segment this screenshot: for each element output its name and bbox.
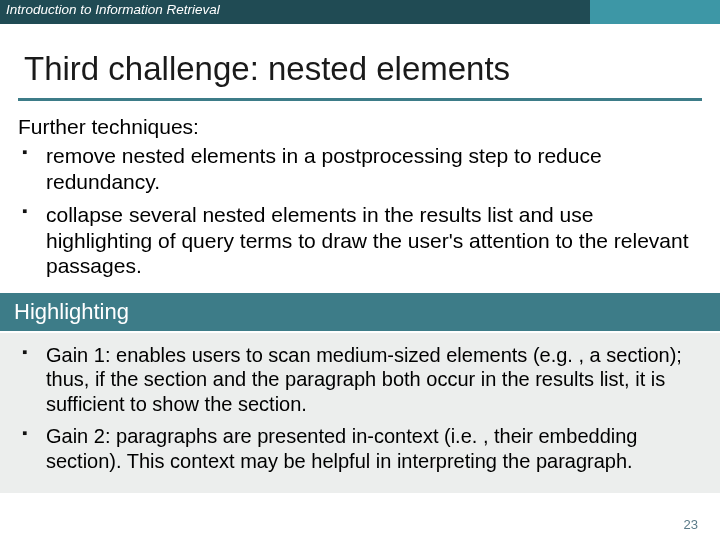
page-number: 23 bbox=[684, 517, 698, 532]
bullet-list: remove nested elements in a postprocessi… bbox=[18, 143, 702, 279]
slide-title: Third challenge: nested elements bbox=[24, 50, 696, 88]
section-bar-highlighting: Highlighting bbox=[0, 293, 720, 331]
top-bar: Introduction to Information Retrieval bbox=[0, 0, 720, 24]
course-label: Introduction to Information Retrieval bbox=[6, 2, 220, 17]
highlight-box: Gain 1: enables users to scan medium-siz… bbox=[0, 333, 720, 493]
title-area: Third challenge: nested elements bbox=[0, 24, 720, 94]
list-item: remove nested elements in a postprocessi… bbox=[40, 143, 702, 194]
list-item: Gain 1: enables users to scan medium-siz… bbox=[40, 343, 702, 416]
lead-text: Further techniques: bbox=[18, 115, 702, 139]
list-item: Gain 2: paragraphs are presented in-cont… bbox=[40, 424, 702, 473]
body-area: Further techniques: remove nested elemen… bbox=[0, 101, 720, 279]
box-bullet-list: Gain 1: enables users to scan medium-siz… bbox=[18, 343, 702, 473]
top-bar-accent bbox=[590, 0, 720, 24]
list-item: collapse several nested elements in the … bbox=[40, 202, 702, 279]
